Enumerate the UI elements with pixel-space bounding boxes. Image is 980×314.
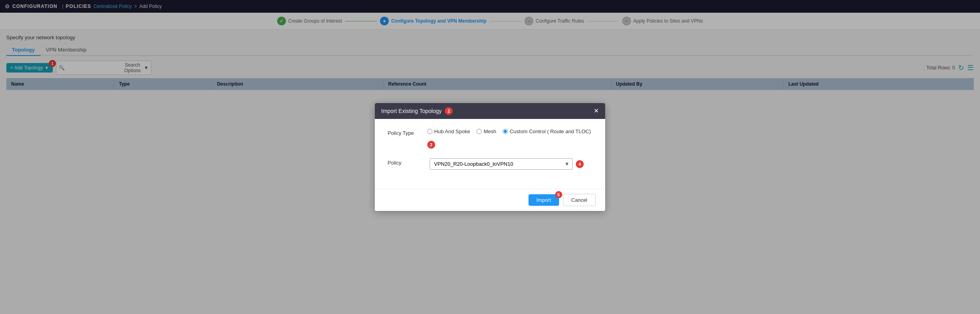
- modal-overlay: Import Existing Topology 2 ✕ Policy Type…: [0, 0, 980, 95]
